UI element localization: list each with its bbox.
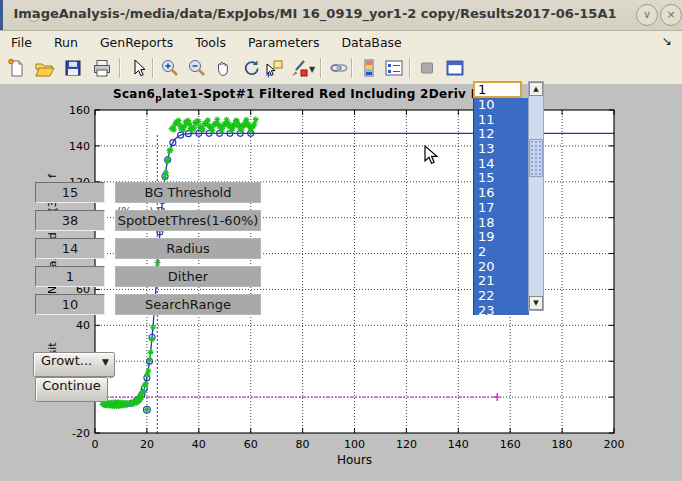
y-axis-label-fragment: f xyxy=(46,174,59,178)
plot-axes: 020406080100120140160180200-200204060801… xyxy=(60,95,682,481)
spot-number-option[interactable]: 17 xyxy=(474,201,529,216)
svg-text:Hours: Hours xyxy=(337,453,372,467)
figure-area: 020406080100120140160180200-200204060801… xyxy=(0,84,682,481)
svg-text:160: 160 xyxy=(500,438,521,451)
param-value-input[interactable]: 14 xyxy=(35,238,105,259)
brush-dropdown-icon[interactable]: ▼ xyxy=(309,65,315,74)
zoom-in-icon[interactable] xyxy=(159,57,181,79)
link-plots-icon[interactable] xyxy=(328,57,350,79)
minimize-icon: ∨ xyxy=(643,8,651,21)
continue-button[interactable]: Continue xyxy=(35,377,108,402)
spot-number-option[interactable]: 23 xyxy=(474,304,529,315)
continue-button-label: Continue xyxy=(42,378,100,393)
close-icon: × xyxy=(666,8,675,21)
spot-number-option[interactable]: 2 xyxy=(474,245,529,260)
menu-tools[interactable]: Tools xyxy=(184,33,237,52)
svg-text:120: 120 xyxy=(396,438,417,451)
param-value-input[interactable]: 10 xyxy=(35,294,105,315)
param-label: SpotDetThres(1-60%) xyxy=(115,210,261,231)
rotate-3d-icon[interactable] xyxy=(240,57,262,79)
titlebar: ImageAnalysis-/media/data/ExpJobs/MI 16_… xyxy=(0,0,682,31)
plot-title: Scan6plate1-Spot#1 Filtered Red Includin… xyxy=(113,87,485,103)
spot-number-option[interactable]: 16 xyxy=(474,186,529,201)
mouse-cursor xyxy=(424,145,440,167)
spot-number-option[interactable]: 21 xyxy=(474,274,529,289)
plot-tools-off-icon[interactable] xyxy=(416,57,438,79)
spot-number-option[interactable]: 12 xyxy=(474,127,529,142)
svg-text:80: 80 xyxy=(296,438,310,451)
spot-number-option[interactable]: 14 xyxy=(474,157,529,172)
print-icon[interactable] xyxy=(91,57,113,79)
svg-text:160: 160 xyxy=(69,104,90,117)
scroll-up-icon[interactable]: ▲ xyxy=(529,82,543,96)
menu-file[interactable]: File xyxy=(0,33,43,52)
spot-number-option[interactable]: 10 xyxy=(474,98,529,113)
growth-dropdown-button[interactable]: Growt... ▼ xyxy=(33,352,115,377)
param-value-input[interactable]: 38 xyxy=(35,210,105,231)
svg-text:40: 40 xyxy=(76,319,90,332)
toolbar-separator xyxy=(152,58,154,78)
menu-genreports[interactable]: GenReports xyxy=(89,33,184,52)
scroll-down-icon[interactable]: ▼ xyxy=(529,296,543,310)
insert-colorbar-icon[interactable] xyxy=(358,57,380,79)
svg-text:0: 0 xyxy=(92,438,99,451)
y-axis-label-fragment: N xyxy=(46,286,59,294)
dock-figure-icon[interactable] xyxy=(444,57,466,79)
param-value-input[interactable]: 1 xyxy=(35,266,105,287)
spot-number-option[interactable]: 18 xyxy=(474,216,529,231)
zoom-out-icon[interactable] xyxy=(186,57,208,79)
data-cursor-icon[interactable] xyxy=(263,57,285,79)
minimize-button[interactable]: ∨ xyxy=(636,4,658,26)
pan-hand-icon[interactable] xyxy=(212,57,234,79)
brush-icon[interactable] xyxy=(288,57,310,79)
scrollbar-thumb[interactable] xyxy=(529,139,543,177)
window-title: ImageAnalysis-/media/data/ExpJobs/MI 16_… xyxy=(0,6,630,21)
chevron-down-icon: ▼ xyxy=(102,357,109,367)
plot-title-post: late1-Spot#1 Filtered Red Including 2Der… xyxy=(162,87,485,101)
param-label: Dither xyxy=(115,266,261,287)
dropdown-scrollbar[interactable]: ▲ ▼ xyxy=(528,81,544,311)
spot-number-option[interactable]: 13 xyxy=(474,142,529,157)
save-icon[interactable] xyxy=(62,57,84,79)
svg-text:180: 180 xyxy=(552,438,573,451)
svg-text:140: 140 xyxy=(69,140,90,153)
param-label: BG Threshold xyxy=(115,182,261,203)
svg-text:100: 100 xyxy=(344,438,365,451)
spot-number-dropdown: 1 10111213141516171819220212223 ▲ ▼ xyxy=(473,81,544,318)
plot-title-pre: Scan6 xyxy=(113,87,155,101)
spot-number-option[interactable]: 15 xyxy=(474,171,529,186)
param-label: Radius xyxy=(115,238,261,259)
toolbar-separator xyxy=(409,58,411,78)
growth-dropdown-label: Growt... xyxy=(41,353,92,368)
toolbar: ▼ xyxy=(0,53,682,85)
dock-arrow-icon[interactable]: ↘ xyxy=(662,34,672,48)
spot-number-option[interactable]: 19 xyxy=(474,230,529,245)
menubar: File Run GenReports Tools Parameters Dat… xyxy=(0,31,682,53)
spot-number-option[interactable]: 20 xyxy=(474,260,529,275)
svg-text:-20: -20 xyxy=(72,427,90,440)
svg-text:200: 200 xyxy=(604,438,625,451)
menu-database[interactable]: DataBase xyxy=(330,33,412,52)
menu-run[interactable]: Run xyxy=(43,33,89,52)
insert-legend-icon[interactable] xyxy=(383,57,405,79)
new-document-icon[interactable] xyxy=(5,57,27,79)
menu-parameters[interactable]: Parameters xyxy=(237,33,331,52)
toolbar-separator xyxy=(320,58,322,78)
svg-text:60: 60 xyxy=(244,438,258,451)
svg-text:140: 140 xyxy=(448,438,469,451)
pointer-icon[interactable] xyxy=(127,57,149,79)
app-window: ImageAnalysis-/media/data/ExpJobs/MI 16_… xyxy=(0,0,682,481)
svg-text:40: 40 xyxy=(192,438,206,451)
spot-number-input[interactable]: 1 xyxy=(473,81,522,98)
close-button[interactable]: × xyxy=(660,4,682,26)
spot-number-option[interactable]: 11 xyxy=(474,113,529,128)
svg-text:20: 20 xyxy=(140,438,154,451)
plot-title-sub: p xyxy=(155,93,162,103)
toolbar-separator xyxy=(351,58,353,78)
open-file-icon[interactable] xyxy=(33,57,55,79)
toolbar-separator xyxy=(119,58,121,78)
spot-number-option[interactable]: 22 xyxy=(474,289,529,304)
param-label: SearchRange xyxy=(115,294,261,315)
spot-number-list: 10111213141516171819220212223 xyxy=(473,98,529,315)
param-value-input[interactable]: 15 xyxy=(35,182,105,203)
